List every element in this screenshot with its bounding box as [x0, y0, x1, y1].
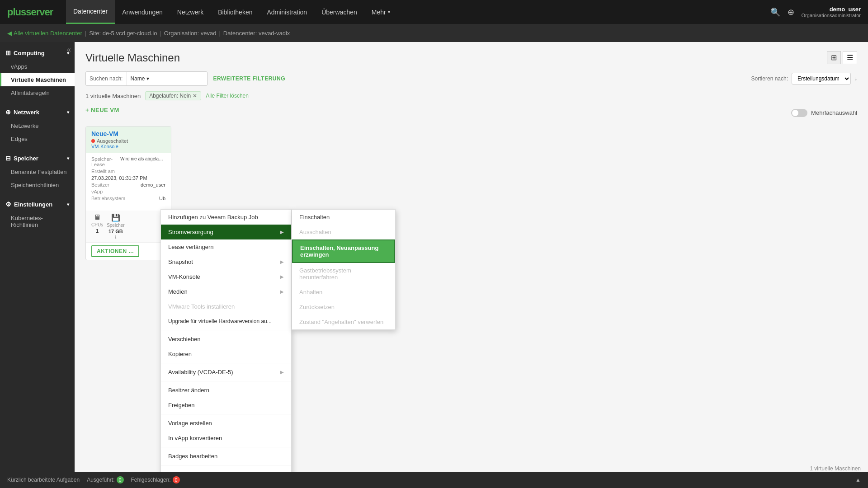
- status-bar: Kürzlich bearbeitete Aufgaben Ausgeführt…: [0, 472, 868, 488]
- ctx-veeam[interactable]: Hinzufügen zu Veeam Backup Job: [161, 210, 291, 225]
- clear-all-filters-btn[interactable]: Alle Filter löschen: [206, 93, 249, 99]
- back-link[interactable]: ◀ Alle virtuellen Datencenter: [7, 30, 82, 37]
- sidebar-item-netzwerke[interactable]: Netzwerke: [0, 119, 75, 132]
- sort-section: Sortieren nach: Erstellungsdatum ↓: [751, 73, 857, 84]
- results-bar: 1 virtuelle Maschinen Abgelaufen: Nein ✕…: [85, 91, 857, 100]
- ctx-vapp-konvert[interactable]: In vApp konvertieren: [161, 431, 291, 446]
- expand-icon[interactable]: ▲: [855, 477, 861, 483]
- nav-item-administration[interactable]: Administration: [259, 0, 314, 24]
- multiselect-bar: Mehrfachauswahl: [791, 109, 857, 117]
- ctx-availability[interactable]: Availability (VCDA-DE-5) ▶: [161, 365, 291, 380]
- einstellungen-chevron: ▾: [67, 202, 69, 207]
- sidebar-item-kubernetes[interactable]: Kubernetes-Richtlinien: [0, 211, 75, 231]
- vm-speicher-metric: 💾 Speicher 17 GB ℹ: [107, 213, 124, 239]
- ctx-kopieren[interactable]: Kopieren: [161, 347, 291, 361]
- sidebar-section-computing-header[interactable]: ⊞ Computing ▾: [0, 46, 75, 60]
- user-menu[interactable]: demo_user Organisationsadministrator: [802, 6, 861, 18]
- ctx-loschen[interactable]: Löschen: [161, 467, 291, 472]
- vmkonsole-submenu-arrow: ▶: [280, 274, 284, 279]
- list-view-btn[interactable]: ☰: [843, 51, 857, 64]
- logo[interactable]: plusserver: [7, 4, 66, 20]
- availability-submenu-arrow: ▶: [280, 370, 284, 375]
- ctx-freigeben[interactable]: Freigeben: [161, 398, 291, 413]
- ctx-snapshot[interactable]: Snapshot ▶: [161, 254, 291, 269]
- toggle-knob: [792, 110, 798, 116]
- bottom-results-count: 1 virtuelle Maschinen: [810, 465, 861, 472]
- sidebar-item-affinitatsregeln[interactable]: Affinitätsregeln: [0, 86, 75, 99]
- nav-item-anwendungen[interactable]: Anwendungen: [115, 0, 170, 24]
- vm-card-body: Speicher-Lease Wird nie als abgelaufen m…: [86, 153, 171, 211]
- sidebar-item-speicherrichtlinien[interactable]: Speicherrichtlinien: [0, 178, 75, 192]
- status-indicator: [91, 139, 95, 143]
- ctx-verschieben[interactable]: Verschieben: [161, 332, 291, 347]
- sep3: |: [219, 30, 220, 37]
- nav-item-netzwerk[interactable]: Netzwerk: [170, 0, 211, 24]
- os-val: Ub: [159, 196, 165, 201]
- new-vm-button[interactable]: + NEUE VM: [85, 107, 119, 113]
- sub-gastbetrieb-herunterfahren: Gastbetriebssystem herunterfahren: [292, 263, 395, 285]
- vm-console-link[interactable]: VM-Konsole: [91, 144, 165, 149]
- failed-badge: 0: [173, 476, 180, 483]
- ctx-upgrade[interactable]: Upgrade für virtuelle Hardwareversion au…: [161, 314, 291, 328]
- ctx-medien[interactable]: Medien ▶: [161, 284, 291, 299]
- vm-card-footer: AKTIONEN ...: [86, 242, 171, 260]
- vm-card-neue-vm: Neue-VM Ausgeschaltet VM-Konsole Speiche…: [85, 126, 171, 260]
- sort-select[interactable]: Erstellungsdatum: [792, 73, 851, 84]
- sidebar-item-vapps[interactable]: vApps: [0, 60, 75, 73]
- advanced-filter-btn[interactable]: ERWEITERTE FILTERUNG: [213, 75, 285, 82]
- main-layout: « ⊞ Computing ▾ vApps Virtuelle Maschine…: [0, 42, 868, 472]
- vm-erstellt-row: Erstellt am: [91, 169, 165, 174]
- nav-item-mehr[interactable]: Mehr▾: [364, 0, 397, 24]
- sidebar-section-speicher-header[interactable]: ⊟ Speicher ▾: [0, 151, 75, 165]
- sidebar-collapse-btn[interactable]: «: [67, 46, 71, 54]
- content-header: Virtuelle Maschinen ⊞ ☰: [85, 51, 857, 64]
- medien-submenu-arrow: ▶: [280, 289, 284, 294]
- search-icon[interactable]: 🔍: [770, 7, 780, 17]
- search-by-label: Suchen nach:: [86, 72, 127, 85]
- sidebar-item-virtuelle-maschinen[interactable]: Virtuelle Maschinen: [0, 73, 75, 86]
- back-arrow-icon: ◀: [7, 30, 12, 37]
- ctx-vmkonsole[interactable]: VM-Konsole ▶: [161, 269, 291, 284]
- sidebar: « ⊞ Computing ▾ vApps Virtuelle Maschine…: [0, 42, 75, 472]
- ctx-lease[interactable]: Lease verlängern: [161, 239, 291, 254]
- mehr-chevron: ▾: [388, 9, 390, 14]
- sub-zustand-verwerfen: Zustand "Angehalten" verwerfen: [292, 314, 395, 329]
- vm-erstellt-val-row: 27.03.2023, 01:31:37 PM: [91, 175, 165, 181]
- nav-item-uberwachen[interactable]: Überwachen: [314, 0, 364, 24]
- search-by-field: Suchen nach: Name ▾: [85, 71, 208, 86]
- nav-right: 🔍 ⊕ demo_user Organisationsadministrator: [770, 6, 868, 18]
- nav-item-datencenter[interactable]: Datencenter: [66, 0, 115, 24]
- sub-einschalten-neuanpassung[interactable]: Einschalten, Neuanpassung erzwingen: [292, 239, 395, 263]
- sidebar-section-netzwerk-header[interactable]: ⊕ Netzwerk ▾: [0, 105, 75, 119]
- computing-icon: ⊞: [5, 49, 11, 56]
- speicher-chevron: ▾: [67, 156, 69, 161]
- vm-besitzer-row: Besitzer demo_user: [91, 182, 165, 188]
- sort-direction-icon[interactable]: ↓: [854, 75, 857, 82]
- sub-einschalten[interactable]: Einschalten: [292, 210, 395, 225]
- sidebar-item-festplatten[interactable]: Benannte Festplatten: [0, 165, 75, 178]
- nav-item-bibliotheken[interactable]: Bibliotheken: [211, 0, 259, 24]
- ctx-besitzer[interactable]: Besitzer ändern: [161, 383, 291, 398]
- ctx-vorlage[interactable]: Vorlage erstellen: [161, 416, 291, 431]
- search-by-value[interactable]: Name ▾: [127, 75, 153, 82]
- breadcrumb: ◀ Alle virtuellen Datencenter | Site: de…: [0, 24, 868, 42]
- multiselect-label: Mehrfachauswahl: [811, 109, 857, 116]
- help-icon[interactable]: ⊕: [788, 7, 794, 17]
- search-chevron-icon: ▾: [146, 75, 149, 82]
- sidebar-section-speicher: ⊟ Speicher ▾ Benannte Festplatten Speich…: [0, 147, 75, 193]
- sidebar-item-edges[interactable]: Edges: [0, 132, 75, 145]
- ctx-stromversorgung[interactable]: Stromversorgung ▶: [161, 225, 291, 239]
- search-input[interactable]: [153, 75, 207, 82]
- sidebar-section-einstellungen-header[interactable]: ⚙ Einstellungen ▾: [0, 197, 75, 211]
- filter-tag-remove-btn[interactable]: ✕: [193, 93, 197, 99]
- grid-view-btn[interactable]: ⊞: [827, 51, 841, 64]
- multiselect-toggle[interactable]: [791, 109, 807, 117]
- sub-zurucksetzen: Zurücksetzen: [292, 300, 395, 314]
- sep1: |: [85, 30, 86, 37]
- cpu-icon: 🖥: [94, 213, 101, 221]
- nav-items: Datencenter Anwendungen Netzwerk Bibliot…: [66, 0, 770, 24]
- erstellt-label: Erstellt am: [91, 169, 115, 174]
- ctx-badges[interactable]: Badges bearbeiten: [161, 449, 291, 464]
- vm-name[interactable]: Neue-VM: [91, 130, 165, 137]
- aktionen-button[interactable]: AKTIONEN ...: [91, 245, 139, 257]
